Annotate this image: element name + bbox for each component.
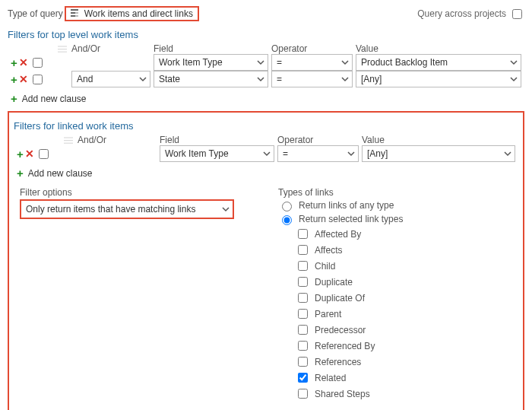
andor-value: And (77, 74, 93, 84)
chevron-down-icon (341, 59, 349, 66)
operator-value: = (277, 57, 282, 68)
col-andor-header: And/Or (71, 43, 154, 54)
direct-links-icon (71, 9, 81, 18)
svg-rect-8 (64, 137, 73, 138)
type-of-query-label: Type of query (8, 8, 63, 19)
link-type-checkbox[interactable] (298, 357, 308, 367)
link-type-option[interactable]: Predecessor (295, 323, 518, 337)
link-type-checkbox[interactable] (298, 261, 308, 271)
query-type-value: Work items and direct links (84, 8, 193, 19)
link-type-option[interactable]: Duplicate Of (295, 291, 518, 305)
link-type-checkbox[interactable] (298, 341, 308, 351)
link-type-option[interactable]: Duplicate (295, 275, 518, 289)
value-select[interactable]: Product Backlog Item (356, 54, 521, 71)
linked-add-clause[interactable]: + Add new clause (17, 167, 518, 180)
chevron-down-icon (257, 75, 264, 83)
radio-selected-types-input[interactable] (282, 215, 292, 225)
query-type-selector[interactable]: Work items and direct links (65, 6, 199, 21)
svg-rect-6 (58, 49, 67, 49)
top-add-clause[interactable]: + Add new clause (11, 92, 524, 105)
col-field-header: Field (160, 135, 277, 145)
delete-row-button[interactable]: ✕ (25, 148, 34, 160)
col-andor-header: And/Or (78, 135, 160, 145)
field-value: Work Item Type (159, 57, 223, 68)
field-value: State (159, 74, 180, 84)
linked-clause-row: +✕Work Item Type=[Any] (14, 145, 518, 162)
value-select[interactable]: [Any] (362, 145, 515, 162)
column-grip-icon (64, 135, 73, 145)
link-type-label: Affected By (315, 229, 361, 240)
radio-any-type-input[interactable] (282, 202, 292, 211)
svg-rect-7 (58, 52, 67, 52)
link-type-option[interactable]: Referenced By (295, 338, 518, 353)
chevron-down-icon (139, 75, 147, 83)
query-across-projects[interactable]: Query across projects (417, 7, 524, 21)
add-row-button[interactable]: + (17, 148, 24, 161)
chevron-down-icon (257, 59, 264, 66)
link-type-option[interactable]: Parent (295, 307, 518, 321)
query-across-projects-checkbox[interactable] (512, 9, 522, 19)
field-value: Work Item Type (165, 148, 229, 159)
row-checkbox[interactable] (33, 58, 43, 68)
svg-rect-3 (71, 15, 75, 17)
link-type-checkbox[interactable] (298, 389, 308, 399)
link-type-label: Duplicate (315, 277, 353, 288)
link-type-checkbox[interactable] (298, 293, 308, 303)
value-value: Product Backlog Item (361, 57, 448, 68)
link-type-checkbox[interactable] (298, 309, 308, 319)
row-checkbox[interactable] (33, 75, 43, 84)
linked-add-clause-label: Add new clause (28, 168, 93, 179)
link-type-label: Duplicate Of (315, 293, 365, 304)
col-value-header: Value (362, 135, 518, 145)
operator-select[interactable]: = (271, 54, 353, 71)
add-row-button[interactable]: + (11, 73, 17, 86)
filter-options-value: Only return items that have matching lin… (26, 204, 195, 215)
svg-rect-4 (75, 15, 78, 17)
value-select[interactable]: [Any] (356, 71, 521, 87)
radio-selected-types-label: Return selected link types (299, 214, 403, 224)
link-type-label: Referenced By (315, 341, 375, 351)
radio-any-type-label: Return links of any type (299, 200, 394, 211)
radio-selected-types[interactable]: Return selected link types (278, 213, 518, 225)
filter-options-select[interactable]: Only return items that have matching lin… (20, 199, 234, 219)
delete-row-button[interactable]: ✕ (19, 73, 28, 85)
plus-icon: + (17, 167, 24, 180)
radio-any-type[interactable]: Return links of any type (278, 199, 518, 211)
svg-rect-0 (71, 9, 78, 11)
row-checkbox[interactable] (39, 149, 49, 159)
andor-select[interactable]: And (71, 71, 150, 87)
chevron-down-icon (341, 75, 349, 83)
link-type-label: Child (315, 261, 335, 272)
link-type-checkbox[interactable] (298, 325, 308, 335)
field-select[interactable]: State (154, 71, 268, 87)
add-row-button[interactable]: + (11, 56, 17, 69)
value-value: [Any] (361, 74, 382, 84)
svg-rect-9 (64, 140, 73, 141)
col-operator-header: Operator (277, 135, 362, 145)
chevron-down-icon (222, 205, 230, 213)
link-type-option[interactable]: Child (295, 259, 518, 273)
svg-rect-2 (75, 12, 78, 14)
chevron-down-icon (347, 150, 355, 157)
svg-rect-1 (71, 12, 75, 14)
link-type-option[interactable]: Shared Steps (295, 386, 518, 401)
operator-select[interactable]: = (271, 71, 353, 87)
chevron-down-icon (510, 75, 518, 83)
link-type-label: Parent (315, 309, 341, 319)
link-type-option[interactable]: Affected By (295, 227, 518, 241)
delete-row-button[interactable]: ✕ (19, 56, 28, 68)
link-type-checkbox[interactable] (298, 277, 308, 287)
link-type-checkbox[interactable] (298, 373, 308, 383)
link-type-option[interactable]: Related (295, 370, 518, 385)
link-type-checkbox[interactable] (298, 245, 308, 255)
link-type-checkbox[interactable] (298, 229, 308, 239)
field-select[interactable]: Work Item Type (154, 54, 268, 71)
link-type-option[interactable]: Affects (295, 243, 518, 257)
link-type-option[interactable]: References (295, 354, 518, 369)
field-select[interactable]: Work Item Type (160, 145, 274, 162)
chevron-down-icon (263, 150, 271, 157)
link-type-label: Shared Steps (315, 389, 370, 399)
operator-select[interactable]: = (277, 145, 359, 162)
chevron-down-icon (504, 150, 511, 157)
svg-rect-5 (58, 46, 67, 46)
